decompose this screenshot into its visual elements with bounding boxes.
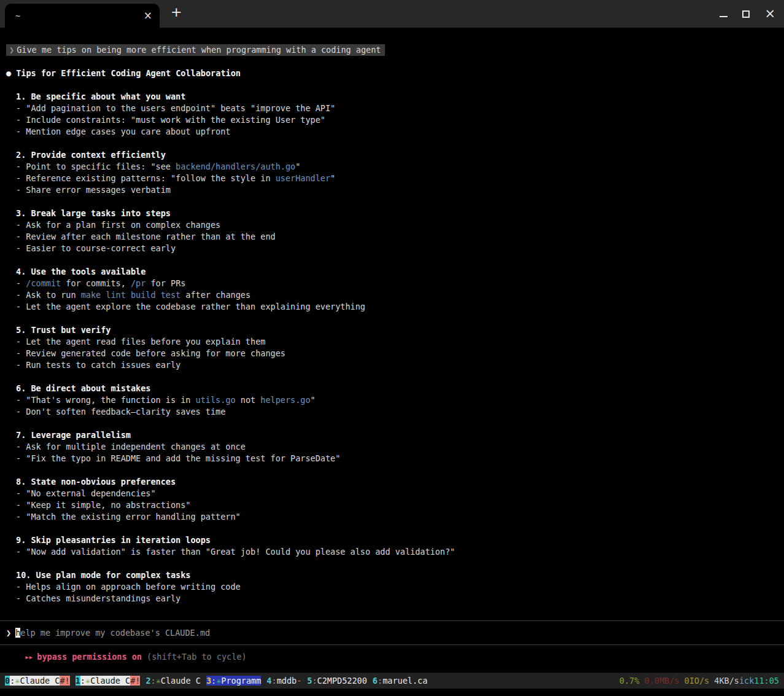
- tab-title: ~: [15, 11, 144, 20]
- inline-code: /commit: [26, 278, 61, 288]
- tmux-window-1[interactable]: 1:✳Claude C#!: [76, 676, 141, 686]
- tip-section: 10. Use plan mode for complex tasks- Hel…: [6, 569, 778, 604]
- section-item: - "Now add validation" is faster than "G…: [16, 546, 778, 558]
- section-header: 4. Use the tools available: [16, 266, 778, 278]
- user-message: ❯Give me tips on being more efficient wh…: [6, 44, 385, 56]
- tmux-window-2[interactable]: 2:✳Claude C: [146, 676, 200, 686]
- user-message-text: Give me tips on being more efficient whe…: [17, 45, 381, 55]
- window-index: 1: [76, 676, 80, 686]
- inline-code: make lint build test: [81, 290, 181, 300]
- tip-section: 9. Skip pleasantries in iteration loops-…: [6, 534, 778, 558]
- window-flag: #!: [130, 676, 140, 686]
- section-item: - "Keep it simple, no abstractions": [16, 499, 778, 511]
- tmux-window-5[interactable]: 5:C2MPD52200: [307, 676, 367, 686]
- section-item: - "Add pagination to the users endpoint"…: [16, 103, 778, 114]
- window-index: 5: [307, 676, 312, 686]
- section-item: - Share error messages verbatim: [16, 184, 778, 196]
- window-name: Claude C: [90, 676, 130, 686]
- activity-star-icon: ✳: [85, 676, 90, 686]
- section-header: 3. Break large tasks into steps: [16, 208, 778, 219]
- section-item: - "Fix the typo in README and add the mi…: [16, 453, 778, 464]
- new-tab-button[interactable]: +: [171, 4, 182, 20]
- tip-section: 8. State non-obvious preferences- "No ex…: [6, 476, 778, 523]
- section-item: - Review after each milestone rather tha…: [16, 231, 778, 243]
- terminal-screen[interactable]: ❯Give me tips on being more efficient wh…: [0, 28, 784, 673]
- section-item: - Review generated code before asking fo…: [16, 348, 778, 359]
- window-name: mddb: [277, 676, 297, 686]
- window-index: 3: [206, 676, 211, 686]
- terminal-tab[interactable]: ~ ×: [5, 4, 160, 28]
- section-header: 10. Use plan mode for complex tasks: [16, 569, 778, 581]
- window-name: Claude C: [161, 676, 201, 686]
- activity-star-icon: ✳: [156, 676, 161, 686]
- terminal-empty-area: [6, 604, 778, 620]
- window-close-icon[interactable]: ×: [764, 7, 775, 20]
- status-segment: 0.7%: [619, 676, 640, 686]
- status-segment: 0IO/s: [679, 676, 709, 686]
- input-value: elp me improve my codebase's CLAUDE.md: [20, 628, 210, 638]
- mode-label: bypass permissions on: [37, 652, 142, 662]
- section-header: 9. Skip pleasantries in iteration loops: [16, 534, 778, 546]
- window-name: maruel.ca: [382, 676, 427, 686]
- section-header: 7. Leverage parallelism: [16, 429, 778, 441]
- tip-section: 3. Break large tasks into steps- Ask for…: [6, 208, 778, 254]
- section-item: - Ask for a plan first on complex change…: [16, 219, 778, 231]
- tmux-window-0[interactable]: 0:✳Claude C#!: [5, 676, 70, 686]
- section-item: - Let the agent read files before you ex…: [16, 336, 778, 348]
- window-name: Claude C: [20, 676, 60, 686]
- section-item: - Easier to course-correct early: [16, 243, 778, 254]
- tmux-status-bar: 0:✳Claude C#!1:✳Claude C#!2:✳Claude C3:✳…: [0, 673, 784, 689]
- tmux-window-4[interactable]: 4:mddb-: [266, 676, 301, 686]
- response-title-text: Tips for Efficient Coding Agent Collabor…: [16, 68, 241, 78]
- section-item: - Let the agent explore the codebase rat…: [16, 301, 778, 313]
- window-controls: ×: [720, 0, 775, 28]
- input-prompt-char: ❯: [6, 628, 11, 638]
- spacer-line: [6, 56, 778, 68]
- window-index: 2: [146, 676, 150, 686]
- tmux-window-6[interactable]: 6:maruel.ca: [373, 676, 427, 686]
- status-segment: 4KB/s: [709, 676, 739, 686]
- window-flag: #!: [60, 676, 69, 686]
- tmux-window-list: 0:✳Claude C#!1:✳Claude C#!2:✳Claude C3:✳…: [5, 676, 619, 686]
- section-item: - Reference existing patterns: "follow t…: [16, 173, 778, 184]
- tip-section: 6. Be direct about mistakes- "That's wro…: [6, 383, 778, 418]
- permission-mode-line[interactable]: ▸▸bypass permissions on (shift+Tab to cy…: [6, 645, 778, 663]
- section-item: - Ask to run make lint build test after …: [16, 289, 778, 301]
- section-item: - Don't soften feedback—clarity saves ti…: [16, 406, 778, 418]
- tip-section: 7. Leverage parallelism- Ask for multipl…: [6, 429, 778, 464]
- window-name: Programm: [221, 676, 261, 686]
- minimize-icon[interactable]: [720, 16, 728, 17]
- tip-section: 1. Be specific about what you want- "Add…: [6, 91, 778, 138]
- tmux-status-right: 0.7% 0.0MB/s 0IO/s 4KB/sick11:05: [619, 676, 779, 686]
- status-segment: 0.0MB/s: [639, 676, 679, 686]
- section-item: - Helps align on approach before writing…: [16, 581, 778, 593]
- status-segment: 11:05: [754, 676, 779, 686]
- tab-close-icon[interactable]: ×: [144, 10, 152, 21]
- section-header: 1. Be specific about what you want: [16, 91, 778, 103]
- inline-code: backend/handlers/auth.go: [176, 162, 295, 171]
- section-item: - Include constraints: "must work with t…: [16, 114, 778, 126]
- user-prompt-char: ❯: [6, 45, 17, 55]
- tip-section: 5. Trust but verify- Let the agent read …: [6, 324, 778, 371]
- response-title: ●Tips for Efficient Coding Agent Collabo…: [6, 68, 778, 79]
- section-item: - "No external dependencies": [16, 488, 778, 499]
- prompt-input[interactable]: ❯help me improve my codebase's CLAUDE.md: [0, 620, 784, 645]
- inline-code: /pr: [131, 278, 146, 288]
- maximize-icon[interactable]: [742, 10, 750, 18]
- section-header: 5. Trust but verify: [16, 324, 778, 336]
- response-sections: 1. Be specific about what you want- "Add…: [6, 79, 778, 604]
- mode-hint: (shift+Tab to cycle): [142, 652, 247, 662]
- tmux-window-3[interactable]: 3:✳Programm: [206, 676, 261, 686]
- inline-code: utils.go: [196, 395, 236, 405]
- section-header: 2. Provide context efficiently: [16, 149, 778, 161]
- inline-code: helpers.go: [260, 395, 310, 405]
- window-index: 4: [266, 676, 271, 686]
- status-segment: ick: [739, 676, 754, 686]
- section-item: - Ask for multiple independent changes a…: [16, 441, 778, 453]
- section-item: - "That's wrong, the function is in util…: [16, 394, 778, 406]
- section-item: - /commit for commits, /pr for PRs: [16, 278, 778, 289]
- section-item: - Run tests to catch issues early: [16, 359, 778, 371]
- section-item: - "Match the existing error handling pat…: [16, 511, 778, 523]
- inline-code: userHandler: [276, 173, 330, 183]
- window-name: C2MPD52200: [317, 676, 367, 686]
